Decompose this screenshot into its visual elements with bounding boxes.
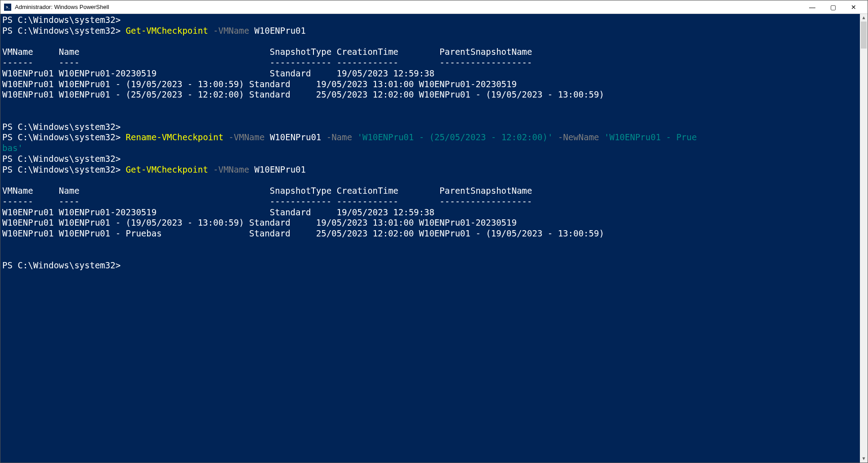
cmdlet: Rename-VMCheckpoint — [126, 132, 224, 142]
parameter: -VMName — [228, 132, 264, 142]
string-literal: bas' — [2, 143, 23, 153]
scrollbar-thumb[interactable] — [861, 22, 867, 49]
table-row: W10ENPru01 W10ENPru01 - Pruebas Standard… — [2, 228, 866, 239]
string-literal: 'W10ENPru01 - Prue — [604, 132, 697, 142]
minimize-button[interactable]: — — [802, 0, 823, 14]
table-row: W10ENPru01 W10ENPru01-20230519 Standard … — [2, 207, 866, 218]
close-button[interactable]: ✕ — [843, 0, 864, 14]
prompt: PS C:\Windows\system32> — [2, 122, 121, 132]
maximize-button[interactable]: ▢ — [823, 0, 843, 14]
scroll-down-button[interactable]: ▼ — [860, 455, 868, 463]
argument: W10ENPru01 — [270, 132, 321, 142]
window-title: Administrador: Windows PowerShell — [15, 4, 802, 10]
table-row: W10ENPru01 W10ENPru01 - (25/05/2023 - 12… — [2, 89, 866, 100]
table-row: W10ENPru01 W10ENPru01 - (19/05/2023 - 13… — [2, 79, 866, 90]
terminal-area[interactable]: PS C:\Windows\system32>PS C:\Windows\sys… — [0, 14, 868, 463]
parameter: -Name — [327, 132, 352, 142]
prompt: PS C:\Windows\system32> — [2, 154, 121, 164]
vertical-scrollbar[interactable]: ▲ ▼ — [860, 14, 868, 463]
parameter: -VMName — [213, 26, 249, 36]
prompt: PS C:\Windows\system32> — [2, 165, 121, 174]
table-separator: ------ ---- ------------ ------------ --… — [2, 58, 866, 68]
titlebar[interactable]: Administrador: Windows PowerShell — ▢ ✕ — [0, 0, 868, 14]
table-separator: ------ ---- ------------ ------------ --… — [2, 196, 866, 207]
prompt: PS C:\Windows\system32> — [2, 132, 121, 142]
powershell-window: Administrador: Windows PowerShell — ▢ ✕ … — [0, 0, 868, 463]
parameter: -VMName — [213, 165, 249, 174]
argument: W10ENPru01 — [255, 165, 306, 174]
powershell-icon — [4, 4, 11, 11]
table-row: W10ENPru01 W10ENPru01-20230519 Standard … — [2, 68, 866, 79]
prompt: PS C:\Windows\system32> — [2, 26, 121, 36]
parameter: -NewName — [558, 132, 600, 142]
string-literal: 'W10ENPru01 - (25/05/2023 - 12:02:00)' — [357, 132, 553, 142]
scroll-up-button[interactable]: ▲ — [860, 14, 868, 22]
cmdlet: Get-VMCheckpoint — [126, 165, 208, 174]
table-row: W10ENPru01 W10ENPru01 - (19/05/2023 - 13… — [2, 218, 866, 228]
prompt: PS C:\Windows\system32> — [2, 15, 121, 25]
cmdlet: Get-VMCheckpoint — [126, 26, 208, 36]
scrollbar-track[interactable] — [860, 22, 868, 455]
table-header: VMName Name SnapshotType CreationTime Pa… — [2, 186, 866, 196]
prompt: PS C:\Windows\system32> — [2, 260, 121, 270]
window-controls: — ▢ ✕ — [802, 0, 864, 14]
table-header: VMName Name SnapshotType CreationTime Pa… — [2, 47, 866, 58]
argument: W10ENPru01 — [255, 26, 306, 36]
